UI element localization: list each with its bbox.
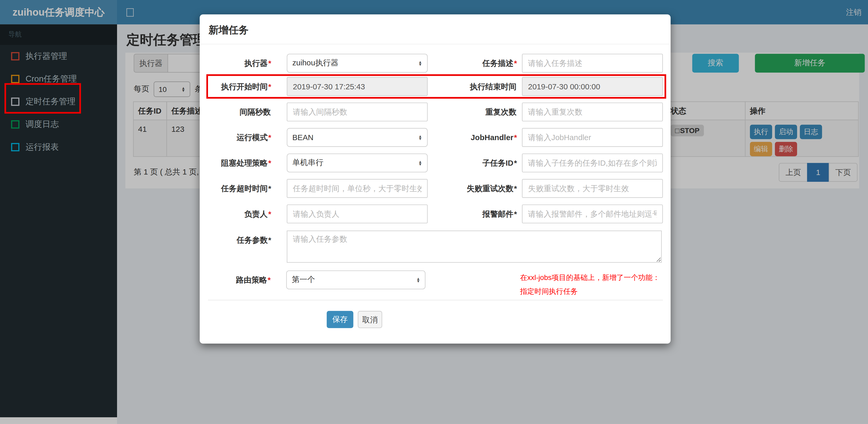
executor-select[interactable]: zuihou执行器	[287, 54, 428, 72]
required-star: *	[514, 133, 517, 142]
modal-footer-divider	[208, 300, 663, 300]
child-job-id-label: 子任务ID*	[428, 153, 517, 172]
child-job-id-input[interactable]	[522, 153, 663, 172]
select-arrows-icon	[418, 160, 422, 166]
route-strategy-label: 路由策略*	[208, 270, 271, 289]
alarm-email-label: 报警邮件*	[428, 204, 517, 223]
run-mode-label: 运行模式*	[208, 128, 271, 147]
form-row: 负责人* 报警邮件*	[208, 204, 663, 223]
job-param-textarea[interactable]	[287, 230, 662, 263]
required-star: *	[268, 59, 271, 68]
select-arrows-icon	[418, 135, 422, 140]
required-star: *	[268, 184, 271, 193]
modal-title: 新增任务	[209, 23, 248, 36]
add-task-modal: 新增任务 执行器* zuihou执行器 任务描述* 执行开始时间* 执行结束时间…	[200, 14, 671, 344]
job-desc-label: 任务描述*	[428, 54, 517, 72]
form-row: 路由策略* 第一个 在xxl-jobs项目的基础上，新增了一个功能： 指定时间执…	[208, 270, 663, 289]
block-strategy-select[interactable]: 单机串行	[287, 153, 428, 172]
repeat-count-input[interactable]	[522, 103, 663, 121]
timeout-label: 任务超时时间*	[208, 179, 271, 198]
interval-label: 间隔秒数	[208, 103, 271, 121]
form-row: 任务参数*	[208, 230, 663, 263]
select-arrows-icon	[416, 277, 420, 283]
job-desc-input[interactable]	[522, 54, 663, 72]
route-strategy-select[interactable]: 第一个	[286, 270, 426, 289]
alarm-email-input[interactable]	[522, 204, 663, 223]
required-star: *	[268, 209, 271, 218]
jobhandler-input[interactable]	[522, 128, 663, 147]
owner-input[interactable]	[287, 204, 428, 223]
modal-header-divider	[200, 44, 671, 44]
owner-label: 负责人*	[208, 204, 271, 223]
executor-label: 执行器*	[208, 54, 271, 72]
required-star: *	[268, 275, 271, 284]
cancel-button[interactable]: 取消	[358, 311, 382, 328]
app-root: 注销 zuihou任务调度中心 导航 执行器管理 Cron任务管理 定时任务管理…	[0, 0, 868, 424]
required-star: *	[514, 209, 517, 218]
required-star: *	[268, 159, 271, 167]
repeat-count-label: 重复次数	[428, 103, 517, 121]
form-row: 运行模式* BEAN JobHandler*	[208, 128, 663, 147]
feature-note-line1: 在xxl-jobs项目的基础上，新增了一个功能：	[520, 270, 663, 284]
block-strategy-label: 阻塞处理策略*	[208, 153, 271, 172]
annotation-box-datetime-row	[207, 74, 666, 99]
feature-note: 在xxl-jobs项目的基础上，新增了一个功能： 指定时间执行任务	[520, 270, 663, 289]
feature-note-line2: 指定时间执行任务	[520, 284, 663, 298]
timeout-input[interactable]	[287, 179, 428, 198]
form-row: 执行器* zuihou执行器 任务描述*	[208, 54, 663, 72]
form-row: 间隔秒数 重复次数	[208, 103, 663, 121]
save-button[interactable]: 保存	[327, 311, 353, 328]
form-row: 阻塞处理策略* 单机串行 子任务ID*	[208, 153, 663, 172]
required-star: *	[268, 133, 271, 142]
interval-input[interactable]	[287, 103, 428, 121]
form-row: 任务超时时间* 失败重试次数*	[208, 179, 663, 198]
fail-retry-input[interactable]	[522, 179, 663, 198]
annotation-box-sidebar	[4, 83, 81, 113]
job-param-label: 任务参数*	[208, 230, 271, 263]
run-mode-select[interactable]: BEAN	[287, 128, 428, 147]
required-star: *	[514, 59, 517, 68]
required-star: *	[514, 184, 517, 193]
fail-retry-label: 失败重试次数*	[428, 179, 517, 198]
required-star: *	[268, 235, 271, 244]
select-arrows-icon	[418, 60, 422, 66]
required-star: *	[514, 159, 517, 167]
jobhandler-label: JobHandler*	[428, 128, 517, 147]
